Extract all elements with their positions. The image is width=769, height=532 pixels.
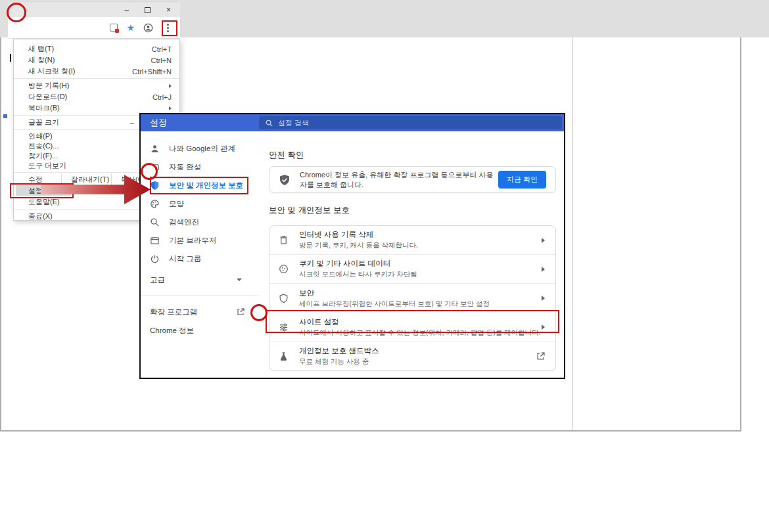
menu-item-new-window[interactable]: 새 창(N)Ctrl+N xyxy=(14,55,179,66)
menu-item-new-tab[interactable]: 새 탭(T)Ctrl+T xyxy=(14,43,179,55)
extension-alert-badge xyxy=(115,29,119,33)
annotation-circle-titlebar xyxy=(7,3,26,22)
extension-icon[interactable] xyxy=(110,24,118,32)
safety-check-card: Chrome이 정보 유출, 유해한 확장 프로그램 등으로부터 사용자를 보호… xyxy=(269,166,556,193)
menu-item-incognito[interactable]: 새 시크릿 창(I)Ctrl+Shift+N xyxy=(14,66,179,77)
sidebar-item-autofill[interactable]: 자동 완성 xyxy=(141,158,259,176)
sidebar-item-extensions[interactable]: 확장 프로그램 xyxy=(141,303,259,321)
browser-icon xyxy=(150,236,160,246)
menu-divider xyxy=(14,78,179,79)
external-link-icon[interactable] xyxy=(536,352,545,361)
external-link-icon xyxy=(237,308,245,316)
trash-icon xyxy=(279,235,289,245)
settings-sidebar: 나와 Google의 관계 자동 완성 보안 및 개인정보 보호 xyxy=(141,131,259,378)
sidebar-item-appearance[interactable]: 모양 xyxy=(141,194,259,213)
row-security[interactable]: 보안세이프 브라우징(위험한 사이트로부터 보호) 및 기타 보안 설정 xyxy=(269,283,555,312)
search-placeholder: 설정 검색 xyxy=(278,118,309,128)
bookmark-star-icon[interactable]: ★ xyxy=(126,23,135,32)
row-clear-browsing-data[interactable]: 인터넷 사용 기록 삭제방문 기록, 쿠키, 캐시 등을 삭제합니다. xyxy=(269,226,555,254)
shield-check-icon xyxy=(279,174,291,186)
privacy-security-card: 인터넷 사용 기록 삭제방문 기록, 쿠키, 캐시 등을 삭제합니다. 쿠키 및… xyxy=(269,225,556,371)
chevron-right-icon xyxy=(542,296,545,301)
safety-check-text: Chrome이 정보 유출, 유해한 확장 프로그램 등으로부터 사용자를 보호… xyxy=(300,170,498,190)
annotation-box-privacy-security xyxy=(150,177,248,194)
slide-content-box: – × ★ 새 탭(T)Ctrl+T 새 창(N)Ctrl+N 새 시크릿 창(… xyxy=(0,0,741,432)
zoom-out-button[interactable]: – xyxy=(130,119,134,127)
annotation-box-menu-button xyxy=(162,20,177,36)
row-privacy-sandbox[interactable]: 개인정보 보호 샌드박스무료 체험 기능 사용 중 xyxy=(269,342,555,370)
settings-main: 안전 확인 Chrome이 정보 유출, 유해한 확장 프로그램 등으로부터 사… xyxy=(259,131,564,378)
sidebar-divider xyxy=(141,296,259,296)
power-icon xyxy=(150,254,160,264)
safety-check-heading: 안전 확인 xyxy=(269,150,304,161)
annotation-box-site-settings xyxy=(266,310,559,333)
browser-window: – × ★ xyxy=(8,3,180,39)
chrome-settings-panel: 설정 설정 검색 나와 Google의 관계 자동 완성 xyxy=(139,113,565,379)
palette-icon xyxy=(150,199,160,209)
person-icon xyxy=(150,144,160,154)
close-button[interactable]: × xyxy=(166,6,171,14)
chevron-right-icon xyxy=(542,267,545,272)
menu-item-downloads[interactable]: 다운로드(D)Ctrl+J xyxy=(14,91,179,102)
restore-button[interactable] xyxy=(145,7,151,13)
menu-item-bookmarks[interactable]: 북마크(B) xyxy=(14,102,179,114)
check-now-button[interactable]: 지금 확인 xyxy=(498,171,546,188)
submenu-arrow-icon xyxy=(169,84,172,88)
sidebar-item-advanced[interactable]: 고급 xyxy=(141,271,259,289)
minimize-button[interactable]: – xyxy=(124,6,129,14)
submenu-arrow-icon xyxy=(169,106,172,110)
sidebar-item-you-and-google[interactable]: 나와 Google의 관계 xyxy=(141,139,259,158)
settings-page-title: 설정 xyxy=(141,117,167,129)
chevron-down-icon xyxy=(237,278,242,281)
column-divider xyxy=(572,1,573,430)
shield-outline-icon xyxy=(279,294,289,303)
text-cursor-artifact xyxy=(10,54,11,62)
settings-header: 설정 설정 검색 xyxy=(141,114,564,131)
search-icon xyxy=(266,120,273,127)
menu-item-history[interactable]: 방문 기록(H) xyxy=(14,80,179,91)
browser-titlebar: – × xyxy=(8,3,180,17)
sidebar-item-on-startup[interactable]: 시작 그룹 xyxy=(141,250,259,268)
sidebar-item-search-engine[interactable]: 검색엔진 xyxy=(141,213,259,231)
settings-search-input[interactable]: 설정 검색 xyxy=(259,116,562,129)
profile-icon[interactable] xyxy=(143,23,153,33)
bullet-artifact xyxy=(3,114,7,118)
sidebar-item-about-chrome[interactable]: Chrome 정보 xyxy=(141,321,259,340)
cookie-icon xyxy=(279,264,289,274)
magnifier-icon xyxy=(150,217,160,227)
row-cookies[interactable]: 쿠키 및 기타 사이트 데이터시크릿 모드에서는 타사 쿠키가 차단됨 xyxy=(269,254,555,283)
chevron-right-icon xyxy=(542,238,545,243)
privacy-security-heading: 보안 및 개인정보 보호 xyxy=(269,205,350,216)
browser-toolbar: ★ xyxy=(8,17,180,39)
sidebar-item-default-browser[interactable]: 기본 브라우저 xyxy=(141,231,259,250)
flask-icon xyxy=(279,351,289,361)
